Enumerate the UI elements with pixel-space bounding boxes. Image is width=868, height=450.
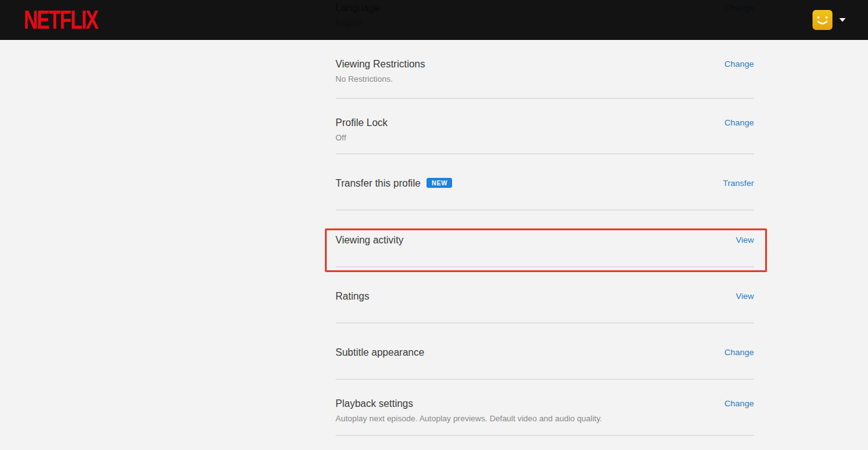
settings-row-viewing-restrictions: Viewing Restrictions No Restrictions. Ch…	[335, 40, 754, 99]
profile-lock-change-link[interactable]: Change	[725, 117, 754, 129]
netflix-top-bar: NETFLIX	[0, 0, 868, 40]
profile-settings-list: Language English Change Viewing Restrict…	[335, 0, 754, 436]
playback-settings-change-link[interactable]: Change	[725, 398, 754, 409]
row-title: Profile Lock	[335, 117, 388, 129]
account-menu-button[interactable]	[813, 10, 846, 30]
row-text: Viewing activity	[335, 234, 403, 247]
viewing-activity-view-link[interactable]: View	[736, 235, 754, 246]
row-text: Transfer this profile NEW	[335, 177, 452, 190]
row-text: Viewing Restrictions No Restrictions.	[335, 58, 425, 84]
settings-row-playback-settings: Playback settings Autoplay next episode.…	[335, 379, 754, 436]
settings-row-ratings: Ratings View	[335, 267, 754, 323]
settings-row-profile-lock: Profile Lock Off Change	[335, 99, 754, 154]
row-title: Viewing activity	[335, 234, 403, 247]
profile-avatar-icon[interactable]	[813, 10, 832, 30]
chevron-down-icon[interactable]	[839, 18, 846, 22]
row-title: Viewing Restrictions	[335, 58, 425, 71]
settings-row-subtitle-appearance: Subtitle appearance Change	[335, 323, 754, 379]
ratings-view-link[interactable]: View	[736, 291, 754, 302]
row-subtitle: No Restrictions.	[335, 74, 425, 84]
transfer-profile-link[interactable]: Transfer	[723, 178, 754, 189]
row-title: Ratings	[335, 290, 369, 303]
new-badge: NEW	[427, 178, 452, 188]
settings-row-transfer-profile: Transfer this profile NEW Transfer	[335, 154, 754, 210]
row-title: Transfer this profile	[335, 177, 420, 190]
row-title: Subtitle appearance	[335, 346, 424, 359]
settings-row-viewing-activity: Viewing activity View	[335, 210, 754, 267]
row-title: Playback settings	[335, 398, 413, 410]
viewing-restrictions-change-link[interactable]: Change	[725, 59, 754, 70]
row-text: Ratings	[335, 290, 369, 303]
subtitle-appearance-change-link[interactable]: Change	[725, 347, 754, 358]
row-subtitle: Off	[335, 132, 388, 143]
row-text: Playback settings Autoplay next episode.…	[335, 398, 602, 424]
row-subtitle: Autoplay next episode. Autoplay previews…	[335, 413, 602, 424]
row-text: Subtitle appearance	[335, 346, 424, 359]
netflix-logo[interactable]: NETFLIX	[24, 7, 97, 33]
row-text: Profile Lock Off	[335, 117, 388, 143]
